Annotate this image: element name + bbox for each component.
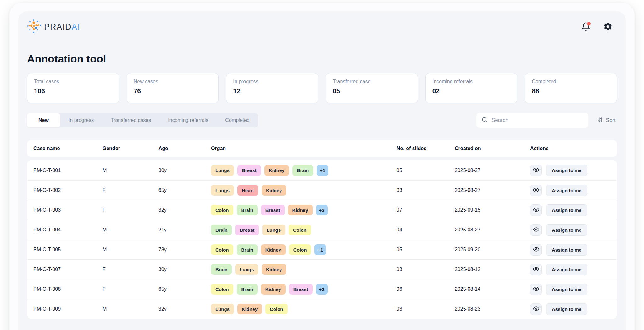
notifications-button[interactable] (580, 22, 591, 32)
created-on-cell: 2025-08-14 (455, 286, 530, 292)
sort-button[interactable]: Sort (597, 116, 617, 124)
organ-cell: LungsKidneyColon (211, 304, 397, 314)
actions-cell: Assign to me (530, 185, 611, 196)
organ-tag: Colon (289, 244, 311, 255)
tab-new[interactable]: New (27, 113, 60, 127)
view-case-button[interactable] (530, 224, 542, 236)
organ-tag: Kidney (262, 185, 286, 196)
slides-cell: 04 (397, 227, 455, 233)
assign-to-me-button[interactable]: Assign to me (546, 264, 587, 275)
age-cell: 30y (158, 168, 211, 173)
actions-cell: Assign to me (530, 165, 611, 176)
app-surface: PRAIDAI (18, 11, 626, 330)
tab-incoming-referrals[interactable]: Incoming referrals (159, 113, 217, 127)
organ-tag: Colon (265, 304, 288, 314)
toolbar: New In progress Transferred cases Incomi… (27, 113, 617, 128)
slides-cell: 07 (397, 207, 455, 213)
gender-cell: M (103, 168, 158, 173)
more-organs-badge: +1 (314, 244, 326, 255)
view-case-button[interactable] (530, 244, 542, 256)
actions-cell: Assign to me (530, 284, 611, 295)
column-header-organ: Organ (211, 146, 397, 151)
table-row: PM-C-T-005M78yColonBrainKidneyColon+1052… (27, 240, 617, 259)
organ-tag: Lungs (262, 225, 285, 235)
stat-label: Completed (532, 79, 610, 84)
assign-to-me-button[interactable]: Assign to me (546, 165, 587, 176)
case-name-cell: PM-C-T-001 (33, 168, 103, 173)
created-on-cell: 2025-09-20 (455, 247, 530, 252)
eye-icon (533, 226, 540, 234)
sort-arrows-icon (597, 116, 603, 124)
organ-tag: Breast (289, 284, 313, 295)
organ-cell: ColonBrainKidneyColon+1 (211, 244, 397, 255)
case-name-cell: PM-C-T-009 (33, 306, 103, 312)
column-header-actions: Actions (530, 146, 611, 151)
case-name-cell: PM-C-T-003 (33, 207, 103, 213)
organ-tag: Lungs (235, 264, 258, 275)
table-row: PM-C-T-008F65yColonBrainKidneyBreast+206… (27, 279, 617, 299)
organ-cell: BrainBreastLungsColon (211, 225, 397, 235)
gender-cell: F (103, 286, 158, 292)
search-box[interactable] (476, 113, 588, 128)
column-header-age: Age (158, 146, 211, 151)
eye-icon (533, 166, 540, 174)
actions-cell: Assign to me (530, 244, 611, 256)
slides-cell: 03 (397, 267, 455, 272)
age-cell: 21y (158, 227, 211, 233)
brand-name: PRAIDAI (44, 22, 80, 32)
eye-icon (533, 246, 540, 254)
organ-cell: LungsBreastKidneyBrain+1 (211, 165, 397, 176)
table-row: PM-C-T-009M32yLungsKidneyColon032025-08-… (27, 299, 617, 319)
view-case-button[interactable] (530, 284, 542, 295)
assign-to-me-button[interactable]: Assign to me (546, 244, 587, 256)
top-bar: PRAIDAI (27, 19, 617, 35)
case-name-cell: PM-C-T-002 (33, 187, 103, 193)
stat-label: Transferred case (333, 79, 411, 84)
organ-tag: Brain (211, 264, 232, 275)
organ-tag: Colon (289, 225, 311, 235)
table-header: Case nameGenderAgeOrganNo. of slidesCrea… (27, 140, 617, 157)
assign-to-me-button[interactable]: Assign to me (546, 284, 587, 295)
assign-to-me-button[interactable]: Assign to me (546, 224, 587, 236)
tab-in-progress[interactable]: In progress (60, 113, 102, 127)
tab-completed[interactable]: Completed (217, 113, 258, 127)
actions-cell: Assign to me (530, 204, 611, 216)
organ-tag: Brain (237, 284, 258, 295)
stat-value: 12 (233, 87, 311, 95)
view-case-button[interactable] (530, 264, 542, 275)
created-on-cell: 2025-08-27 (455, 168, 530, 173)
search-input[interactable] (491, 117, 583, 123)
view-case-button[interactable] (530, 303, 542, 315)
stat-card-transferred-case: Transferred case 05 (326, 73, 418, 103)
assign-to-me-button[interactable]: Assign to me (546, 303, 587, 315)
gender-cell: M (103, 227, 158, 233)
eye-icon (533, 206, 540, 214)
view-case-button[interactable] (530, 165, 542, 176)
stat-value: 106 (34, 87, 112, 95)
organ-cell: BrainLungsKidney (211, 264, 397, 275)
column-header-no-of-slides: No. of slides (397, 146, 455, 151)
organ-cell: LungsHeartKidney (211, 185, 397, 196)
stat-card-in-progress: In progress 12 (226, 73, 318, 103)
gender-cell: F (103, 207, 158, 213)
organ-tag: Kidney (261, 244, 286, 255)
gender-cell: F (103, 187, 158, 193)
organ-tag: Breast (235, 225, 259, 235)
stat-label: Incoming referrals (432, 79, 511, 84)
stat-label: In progress (233, 79, 311, 84)
stat-value: 88 (532, 87, 610, 95)
assign-to-me-button[interactable]: Assign to me (546, 185, 587, 196)
stat-card-completed: Completed 88 (525, 73, 617, 103)
organ-cell: ColonBrainBreastKidney+3 (211, 205, 397, 215)
view-case-button[interactable] (530, 185, 542, 196)
view-case-button[interactable] (530, 204, 542, 216)
tab-transferred-cases[interactable]: Transferred cases (102, 113, 159, 127)
column-header-gender: Gender (103, 146, 158, 151)
settings-button[interactable] (602, 22, 613, 32)
age-cell: 30y (158, 267, 211, 272)
assign-to-me-button[interactable]: Assign to me (546, 204, 587, 216)
case-name-cell: PM-C-T-004 (33, 227, 103, 233)
more-organs-badge: +1 (317, 165, 328, 176)
age-cell: 32y (158, 306, 211, 312)
eye-icon (533, 187, 540, 194)
